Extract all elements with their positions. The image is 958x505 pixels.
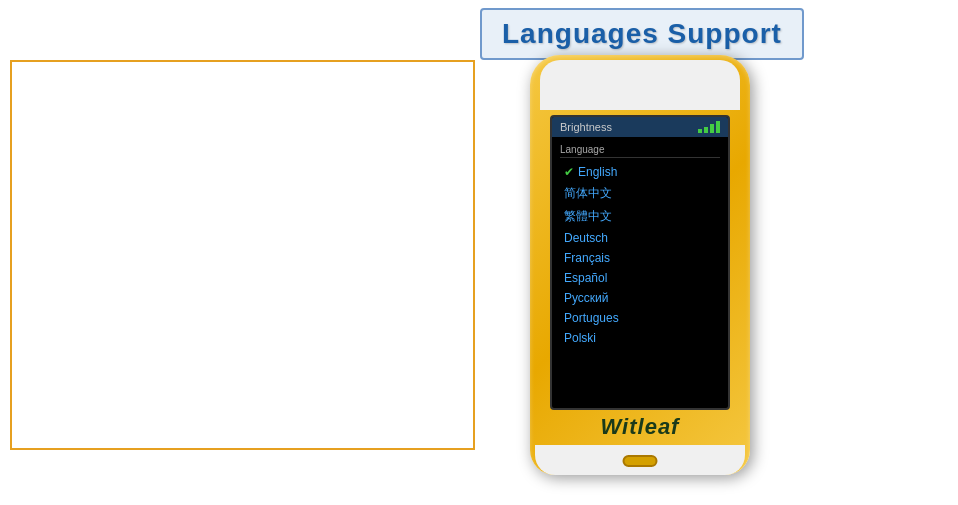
language-name: Español [564,271,607,285]
device-screen: Brightness Language ✔ English 简体中文 [550,115,730,410]
signal-bar-3 [710,124,714,133]
signal-bar-1 [698,129,702,133]
language-item-simplified-chinese[interactable]: 简体中文 [560,182,720,205]
language-item-english[interactable]: ✔ English [560,162,720,182]
screen-top-bar: Brightness [552,117,728,137]
language-name: 简体中文 [564,185,612,202]
brightness-label: Brightness [560,121,612,133]
language-name: Polski [564,331,596,345]
signal-bar-2 [704,127,708,133]
language-item-espanol[interactable]: Español [560,268,720,288]
language-item-polski[interactable]: Polski [560,328,720,348]
screen-content: Language ✔ English 简体中文 繁體中文 Deutsch Fra… [552,137,728,353]
language-item-deutsch[interactable]: Deutsch [560,228,720,248]
device-container: Brightness Language ✔ English 简体中文 [530,55,750,475]
languages-support-header: Languages Support [480,8,804,60]
device-body: Brightness Language ✔ English 简体中文 [530,55,750,475]
signal-bars [698,121,720,133]
language-name: Deutsch [564,231,608,245]
language-item-traditional-chinese[interactable]: 繁體中文 [560,205,720,228]
left-content-panel [10,60,475,450]
language-item-francais[interactable]: Français [560,248,720,268]
brand-logo: Witleaf [601,414,680,440]
header-title: Languages Support [502,18,782,49]
language-name: 繁體中文 [564,208,612,225]
checkmark-icon: ✔ [564,165,574,179]
language-name: Français [564,251,610,265]
device-bottom-area: Witleaf [530,395,750,475]
language-name: English [578,165,617,179]
signal-bar-4 [716,121,720,133]
bottom-button[interactable] [623,455,658,467]
language-name: Русский [564,291,609,305]
language-item-russian[interactable]: Русский [560,288,720,308]
language-section-header: Language [560,142,720,158]
language-name: Portugues [564,311,619,325]
language-item-portugues[interactable]: Portugues [560,308,720,328]
device-top [540,60,740,110]
